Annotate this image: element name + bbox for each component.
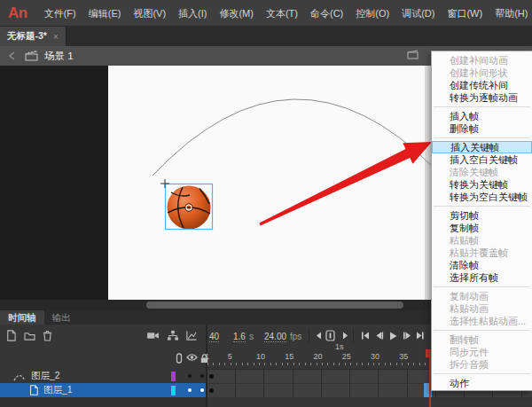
- context-menu-item[interactable]: 拆分音频: [432, 358, 532, 371]
- ruler-second-marker: 1s: [335, 342, 344, 351]
- loop-end-icon[interactable]: [339, 329, 352, 342]
- ruler-frame-label: 15: [285, 352, 293, 361]
- layer-name[interactable]: 图层_1: [43, 384, 73, 396]
- context-menu-separator: [434, 373, 530, 374]
- context-menu-item[interactable]: 创建传统补间: [432, 79, 532, 91]
- context-menu-separator: [434, 137, 530, 138]
- layer-name[interactable]: 图层_2: [31, 370, 60, 382]
- document-tab-title: 无标题-3*: [7, 30, 47, 43]
- animate-app-window: An 文件(F)编辑(E)视图(V)插入(I)修改(M)文本(T)命令(C)控制…: [0, 0, 532, 407]
- elapsed-time-value[interactable]: 1.6: [233, 332, 246, 342]
- frame-rate-unit: fps: [290, 332, 301, 341]
- menu-bar-item[interactable]: 控制(O): [349, 0, 395, 27]
- context-menu-item[interactable]: 插入关键帧: [432, 141, 532, 153]
- menu-bar-item[interactable]: 修改(M): [213, 0, 260, 27]
- context-menu-item[interactable]: 转换为空白关键帧: [432, 191, 532, 203]
- eye-icon[interactable]: [186, 353, 198, 362]
- outline-icon[interactable]: [176, 353, 183, 364]
- context-menu-item[interactable]: 转换为关键帧: [432, 178, 532, 191]
- context-menu-item[interactable]: 清除帧: [432, 259, 532, 271]
- context-menu-separator: [434, 286, 530, 287]
- menu-bar-item[interactable]: 命令(C): [304, 0, 349, 27]
- frame-context-menu: 创建补间动画创建补间形状创建传统补间转换为逐帧动画插入帧删除帧插入关键帧插入空白…: [431, 51, 532, 391]
- layer-lock-dot[interactable]: [200, 388, 204, 392]
- menu-bar-items: 文件(F)编辑(E)视图(V)插入(I)修改(M)文本(T)命令(C)控制(O)…: [38, 0, 532, 27]
- close-tab-icon[interactable]: ×: [53, 32, 59, 42]
- context-menu-item[interactable]: 翻转帧: [432, 333, 532, 346]
- context-menu-separator: [434, 106, 530, 107]
- context-menu-item[interactable]: 清除关键帧: [432, 166, 532, 178]
- context-menu-item[interactable]: 选择性粘贴动画...: [432, 315, 532, 327]
- menu-bar-item[interactable]: 插入(I): [172, 0, 213, 27]
- menu-bar-item[interactable]: 编辑(E): [82, 0, 128, 27]
- elapsed-time-unit: s: [249, 332, 254, 341]
- document-tab-bar: 无标题-3* ×: [0, 27, 532, 46]
- menu-bar-item[interactable]: 文件(F): [38, 0, 82, 27]
- menu-bar-item[interactable]: 窗口(W): [441, 0, 489, 27]
- parenting-view-icon[interactable]: [166, 329, 179, 342]
- current-frame-value[interactable]: 40: [209, 332, 219, 342]
- new-folder-icon[interactable]: [23, 329, 36, 342]
- document-tab[interactable]: 无标题-3* ×: [0, 27, 66, 46]
- keyframe-dot[interactable]: [209, 374, 214, 379]
- delete-layer-icon[interactable]: [41, 329, 54, 342]
- step-forward-icon[interactable]: [400, 329, 413, 342]
- menu-bar: An 文件(F)编辑(E)视图(V)插入(I)修改(M)文本(T)命令(C)控制…: [0, 0, 532, 27]
- frame-rate-value[interactable]: 24.00: [264, 332, 286, 342]
- layer-lock-dot[interactable]: [200, 374, 204, 378]
- step-back-icon[interactable]: [372, 329, 386, 342]
- layer-color-swatch: [171, 386, 176, 395]
- loop-marker-icon[interactable]: [324, 329, 337, 342]
- layer-row-1[interactable]: 图层_1: [0, 383, 206, 397]
- context-menu-item[interactable]: 复制动画: [432, 290, 532, 302]
- scene-label[interactable]: 场景 1: [44, 50, 74, 63]
- context-menu-item[interactable]: 复制帧: [432, 222, 532, 234]
- ruler-frame-label: 1: [205, 352, 209, 361]
- context-menu-item[interactable]: 创建补间形状: [432, 67, 532, 79]
- back-arrow-icon[interactable]: [8, 51, 17, 60]
- context-menu-item[interactable]: 创建补间动画: [432, 54, 532, 67]
- ruler-frame-label: 20: [314, 352, 323, 361]
- ruler-frame-label: 30: [371, 352, 379, 361]
- layer-row-2[interactable]: 图层_2: [0, 369, 206, 383]
- graph-icon[interactable]: [184, 329, 198, 342]
- go-last-icon[interactable]: [413, 329, 426, 342]
- play-icon[interactable]: [387, 329, 400, 342]
- tab-output[interactable]: 输出: [44, 310, 79, 325]
- go-first-icon[interactable]: [358, 329, 372, 342]
- context-menu-item[interactable]: 插入帧: [432, 110, 532, 122]
- camera-icon[interactable]: [146, 329, 160, 342]
- context-menu-item[interactable]: 剪切帧: [432, 209, 532, 222]
- context-menu-item[interactable]: 删除帧: [432, 122, 532, 135]
- context-menu-item[interactable]: 同步元件: [432, 346, 532, 358]
- scrollbar-thumb[interactable]: [146, 301, 403, 309]
- menu-bar-item[interactable]: 视图(V): [127, 0, 172, 27]
- annotation-arrow: [259, 142, 432, 225]
- tab-timeline[interactable]: 时间轴: [0, 310, 44, 325]
- context-menu-item[interactable]: 粘贴并覆盖帧: [432, 247, 532, 259]
- keyframe-dot[interactable]: [209, 388, 214, 393]
- edit-scene-icon[interactable]: [407, 50, 419, 59]
- menu-bar-item[interactable]: 调试(D): [395, 0, 441, 27]
- context-menu-separator: [434, 206, 530, 207]
- menu-bar-item[interactable]: 帮助(H): [489, 0, 532, 27]
- layer-color-swatch: [171, 372, 176, 381]
- ruler-frame-label: 5: [228, 352, 232, 361]
- context-menu-item[interactable]: 插入空白关键帧: [432, 153, 532, 166]
- ruler-frame-label: 25: [342, 352, 351, 361]
- context-menu-item[interactable]: 粘贴帧: [432, 234, 532, 247]
- app-logo: An: [8, 4, 27, 22]
- context-menu-separator: [434, 330, 530, 331]
- basketball-symbol[interactable]: [160, 179, 213, 230]
- menu-bar-item[interactable]: 文本(T): [260, 0, 304, 27]
- context-menu-item[interactable]: 动作: [432, 377, 532, 389]
- ruler-frame-label: 35: [399, 352, 408, 361]
- new-layer-icon[interactable]: [4, 329, 18, 342]
- layer-visibility-dot[interactable]: [188, 388, 192, 392]
- context-menu-item[interactable]: 粘贴动画: [432, 302, 532, 315]
- context-menu-item[interactable]: 选择所有帧: [432, 271, 532, 284]
- motion-guide-layer-icon: [12, 372, 27, 381]
- layer-pane-footer: [0, 397, 206, 407]
- layer-visibility-dot[interactable]: [188, 374, 192, 378]
- context-menu-item[interactable]: 转换为逐帧动画: [432, 91, 532, 104]
